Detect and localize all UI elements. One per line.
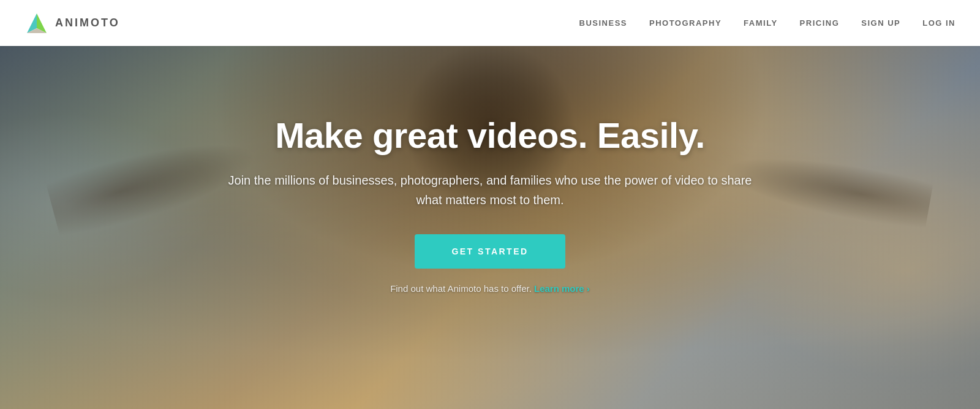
hero-sub-text: Find out what Animoto has to offer. Lear… <box>227 283 753 294</box>
nav-signup[interactable]: SIGN UP <box>861 18 900 28</box>
cta-container: GET STARTED <box>227 234 753 283</box>
hero-title: Make great videos. Easily. <box>227 115 753 156</box>
nav-photography[interactable]: PHOTOGRAPHY <box>649 18 722 28</box>
logo[interactable]: ANIMOTO <box>24 11 120 36</box>
animoto-logo-icon <box>24 11 49 36</box>
nav-login[interactable]: LOG IN <box>922 18 956 28</box>
nav-family[interactable]: FAMILY <box>744 18 777 28</box>
nav-links: BUSINESS PHOTOGRAPHY FAMILY PRICING SIGN… <box>579 18 956 28</box>
logo-text: ANIMOTO <box>55 17 120 29</box>
navbar: ANIMOTO BUSINESS PHOTOGRAPHY FAMILY PRIC… <box>0 0 980 46</box>
sub-text-label: Find out what Animoto has to offer. <box>390 283 532 294</box>
learn-more-link[interactable]: Learn more › <box>534 283 590 294</box>
nav-pricing[interactable]: PRICING <box>800 18 840 28</box>
hero-section: Make great videos. Easily. Join the mill… <box>0 0 980 409</box>
hero-subtitle: Join the millions of businesses, photogr… <box>227 170 753 210</box>
nav-business[interactable]: BUSINESS <box>579 18 627 28</box>
get-started-button[interactable]: GET STARTED <box>415 234 565 269</box>
hero-content: Make great videos. Easily. Join the mill… <box>214 103 766 307</box>
